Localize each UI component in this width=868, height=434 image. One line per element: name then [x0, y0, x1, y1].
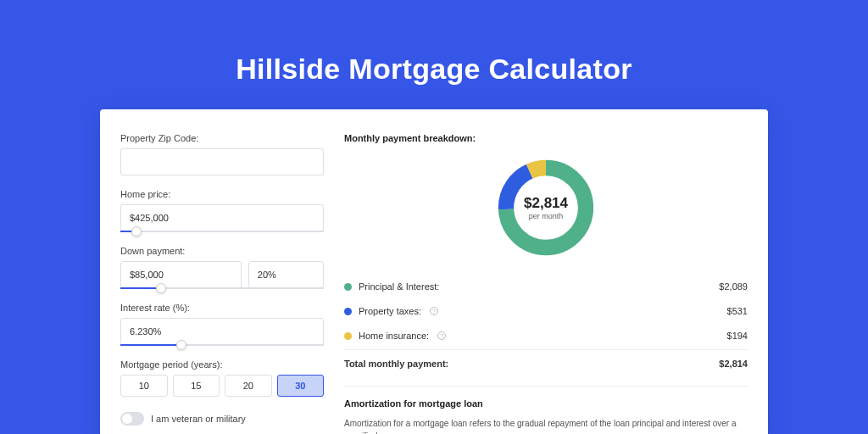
- breakdown-row-value: $531: [727, 306, 748, 316]
- info-icon[interactable]: ?: [430, 307, 438, 315]
- page-title: Hillside Mortgage Calculator: [236, 53, 632, 86]
- home-price-slider[interactable]: [120, 231, 324, 232]
- zip-field-group: Property Zip Code:: [120, 133, 324, 175]
- veteran-toggle[interactable]: [120, 412, 144, 426]
- calculator-card: Property Zip Code: Home price: Down paym…: [100, 109, 768, 434]
- period-btn-20[interactable]: 20: [225, 375, 272, 397]
- interest-rate-label: Interest rate (%):: [120, 303, 324, 313]
- donut-amount: $2,814: [524, 195, 568, 212]
- breakdown-title: Monthly payment breakdown:: [344, 133, 748, 143]
- info-icon[interactable]: ?: [437, 331, 446, 340]
- home-price-input[interactable]: [120, 204, 324, 231]
- breakdown-row-label: Home insurance:: [359, 331, 429, 341]
- down-payment-percent-input[interactable]: [248, 261, 324, 288]
- down-payment-label: Down payment:: [120, 246, 324, 256]
- breakdown-panel: Monthly payment breakdown: $2,814 per mo…: [344, 133, 748, 434]
- breakdown-total-label: Total monthly payment:: [344, 359, 448, 369]
- amortization-title: Amortization for mortgage loan: [344, 398, 748, 409]
- dot-principal-icon: [344, 283, 352, 291]
- down-payment-slider[interactable]: [120, 287, 324, 289]
- zip-label: Property Zip Code:: [120, 133, 324, 143]
- down-payment-amount-input[interactable]: [120, 261, 242, 288]
- donut-chart: $2,814 per month: [493, 155, 598, 260]
- period-button-row: 10 15 20 30: [120, 375, 324, 397]
- period-field-group: Mortgage period (years): 10 15 20 30: [120, 359, 324, 397]
- breakdown-row-insurance: Home insurance: ? $194: [344, 323, 748, 348]
- home-price-field-group: Home price:: [120, 189, 324, 232]
- zip-input[interactable]: [120, 148, 324, 175]
- breakdown-row-value: $194: [727, 331, 748, 341]
- dot-insurance-icon: [344, 332, 352, 340]
- donut-sublabel: per month: [529, 212, 564, 220]
- form-panel: Property Zip Code: Home price: Down paym…: [120, 133, 324, 434]
- veteran-toggle-row: I am veteran or military: [120, 412, 324, 426]
- amortization-text: Amortization for a mortgage loan refers …: [344, 417, 748, 434]
- period-btn-15[interactable]: 15: [173, 375, 220, 397]
- breakdown-row-principal: Principal & Interest: $2,089: [344, 274, 748, 298]
- donut-chart-wrap: $2,814 per month: [344, 152, 748, 274]
- home-price-label: Home price:: [120, 189, 324, 199]
- veteran-toggle-label: I am veteran or military: [151, 414, 246, 424]
- period-label: Mortgage period (years):: [120, 359, 324, 370]
- interest-rate-field-group: Interest rate (%):: [120, 303, 324, 346]
- interest-rate-slider[interactable]: [120, 344, 324, 346]
- period-btn-30[interactable]: 30: [277, 375, 325, 397]
- breakdown-row-total: Total monthly payment: $2,814: [344, 349, 748, 376]
- interest-rate-input[interactable]: [120, 318, 324, 345]
- breakdown-row-value: $2,089: [719, 281, 748, 292]
- dot-taxes-icon: [344, 308, 352, 315]
- breakdown-row-label: Property taxes:: [359, 306, 421, 316]
- breakdown-row-taxes: Property taxes: ? $531: [344, 298, 748, 323]
- amortization-section: Amortization for mortgage loan Amortizat…: [344, 386, 748, 434]
- down-payment-field-group: Down payment:: [120, 246, 324, 289]
- breakdown-total-value: $2,814: [719, 359, 748, 369]
- breakdown-row-label: Principal & Interest:: [359, 281, 439, 292]
- period-btn-10[interactable]: 10: [120, 375, 168, 397]
